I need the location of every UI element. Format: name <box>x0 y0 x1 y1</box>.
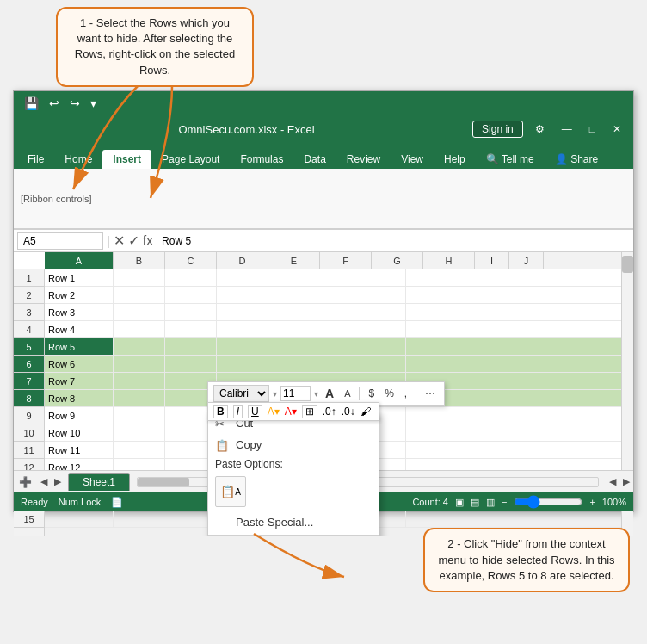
save-icon[interactable]: 💾 <box>21 95 42 112</box>
col-header-e[interactable]: E <box>268 252 320 269</box>
redo-icon[interactable]: ↪ <box>66 95 83 112</box>
h-scroll-left-btn[interactable]: ◀ <box>606 476 619 487</box>
inc-decimal-btn[interactable]: .0↑ <box>323 406 336 418</box>
cell-b5[interactable] <box>114 338 165 355</box>
cell-c5[interactable] <box>165 338 217 355</box>
row-header-11[interactable]: 11 <box>14 442 44 459</box>
name-box-input[interactable] <box>17 232 103 250</box>
sheet-add-btn[interactable]: ➕ <box>14 476 37 488</box>
row-header-4[interactable]: 4 <box>14 321 44 338</box>
row-header-7[interactable]: 7 <box>14 373 44 390</box>
sheet-prev-btn[interactable]: ◀ <box>37 476 51 487</box>
cell-a9[interactable]: Row 9 <box>45 407 114 424</box>
page-break-view-icon[interactable]: ▥ <box>486 497 495 508</box>
row-header-2[interactable]: 2 <box>14 287 44 304</box>
page-layout-icon[interactable]: 📄 <box>111 497 123 508</box>
cell-a10[interactable]: Row 10 <box>45 424 114 441</box>
tab-formulas[interactable]: Formulas <box>230 150 293 169</box>
cell-def5[interactable] <box>217 338 406 355</box>
cell-c2[interactable] <box>165 287 217 303</box>
dec-decimal-btn[interactable]: .0↓ <box>342 406 355 418</box>
cell-a1[interactable]: Row 1 <box>45 269 114 286</box>
cell-b10[interactable] <box>114 424 165 441</box>
col-header-f[interactable]: F <box>320 252 372 269</box>
row-header-10[interactable]: 10 <box>14 424 44 442</box>
cell-a8[interactable]: Row 8 <box>45 390 114 406</box>
tab-help[interactable]: Help <box>434 150 476 169</box>
normal-view-icon[interactable]: ▣ <box>455 497 464 508</box>
comma-btn[interactable]: , <box>401 387 410 400</box>
cell-def2[interactable] <box>217 287 406 303</box>
minimize-icon[interactable]: — <box>557 121 577 137</box>
maximize-icon[interactable]: □ <box>584 121 601 137</box>
zoom-in-icon[interactable]: + <box>589 497 595 507</box>
borders-btn[interactable]: ⊞ <box>302 405 317 418</box>
font-select[interactable]: Calibri <box>213 385 269 402</box>
cell-c3[interactable] <box>165 304 217 320</box>
tab-insert[interactable]: Insert <box>102 150 151 169</box>
format-painter-btn[interactable]: 🖌 <box>360 406 371 418</box>
paste-btn[interactable]: 📋 A <box>215 476 246 507</box>
cell-a4[interactable]: Row 4 <box>45 321 114 337</box>
italic-btn[interactable]: I <box>233 405 243 418</box>
underline-btn[interactable]: U <box>248 405 262 418</box>
cell-b9[interactable] <box>114 407 165 424</box>
col-header-j[interactable]: J <box>509 252 544 269</box>
zoom-out-icon[interactable]: − <box>502 497 507 507</box>
v-scroll-thumb[interactable] <box>622 256 633 273</box>
close-icon[interactable]: ✕ <box>607 121 626 137</box>
col-header-g[interactable]: G <box>372 252 423 269</box>
highlight-color-btn[interactable]: A▾ <box>268 406 280 418</box>
tab-home[interactable]: Home <box>54 150 102 169</box>
ctx-copy[interactable]: 📋 Copy <box>208 434 379 455</box>
font-color-btn[interactable]: A▾ <box>285 406 297 418</box>
confirm-formula-icon[interactable]: ✓ <box>128 232 139 249</box>
row-header-8[interactable]: 8 <box>14 390 44 407</box>
col-header-a[interactable]: A <box>45 252 114 269</box>
h-scroll-right-btn[interactable]: ▶ <box>619 476 633 487</box>
bold-btn[interactable]: B <box>213 405 228 418</box>
cell-c6[interactable] <box>165 356 217 372</box>
cell-b11[interactable] <box>114 442 165 458</box>
cell-b8[interactable] <box>114 390 165 406</box>
insert-function-icon[interactable]: fx <box>143 233 153 249</box>
cell-b3[interactable] <box>114 304 165 320</box>
percent-btn[interactable]: % <box>381 387 397 400</box>
cell-a15[interactable] <box>45 511 114 527</box>
tab-data[interactable]: Data <box>293 150 336 169</box>
row-header-9[interactable]: 9 <box>14 407 44 424</box>
cell-def4[interactable] <box>217 321 406 337</box>
cell-b1[interactable] <box>114 269 165 286</box>
window-settings-icon[interactable]: ⚙ <box>530 121 550 137</box>
cell-a6[interactable]: Row 6 <box>45 356 114 372</box>
cell-c4[interactable] <box>165 321 217 337</box>
ctx-paste-special[interactable]: Paste Special... <box>208 511 379 533</box>
sign-in-button[interactable]: Sign in <box>472 121 523 138</box>
cell-b7[interactable] <box>114 373 165 389</box>
cell-a3[interactable]: Row 3 <box>45 304 114 320</box>
cancel-formula-icon[interactable]: ✕ <box>114 232 125 249</box>
row-header-3[interactable]: 3 <box>14 304 44 321</box>
cell-c1[interactable] <box>165 269 217 286</box>
tab-tell-me[interactable]: 🔍 Tell me <box>476 150 545 169</box>
tab-view[interactable]: View <box>391 150 434 169</box>
col-header-i[interactable]: I <box>475 252 509 269</box>
col-header-d[interactable]: D <box>217 252 268 269</box>
more-options-btn[interactable]: ⋯ <box>422 387 439 400</box>
font-shrink-btn[interactable]: A <box>341 387 354 399</box>
zoom-slider[interactable] <box>514 495 582 509</box>
row-header-1[interactable]: 1 <box>14 269 44 287</box>
cell-b6[interactable] <box>114 356 165 372</box>
tab-page-layout[interactable]: Page Layout <box>151 150 230 169</box>
sheet-tab-1[interactable]: Sheet1 <box>68 473 130 491</box>
font-size-input[interactable] <box>280 386 311 401</box>
cell-b4[interactable] <box>114 321 165 337</box>
col-header-h[interactable]: H <box>423 252 475 269</box>
customize-icon[interactable]: ▾ <box>87 95 100 112</box>
col-header-c[interactable]: C <box>165 252 217 269</box>
tab-share[interactable]: 👤 Share <box>545 150 608 169</box>
currency-btn[interactable]: $ <box>365 387 378 400</box>
cell-a2[interactable]: Row 2 <box>45 287 114 303</box>
col-header-b[interactable]: B <box>114 252 165 269</box>
font-grow-btn[interactable]: A <box>322 386 337 401</box>
